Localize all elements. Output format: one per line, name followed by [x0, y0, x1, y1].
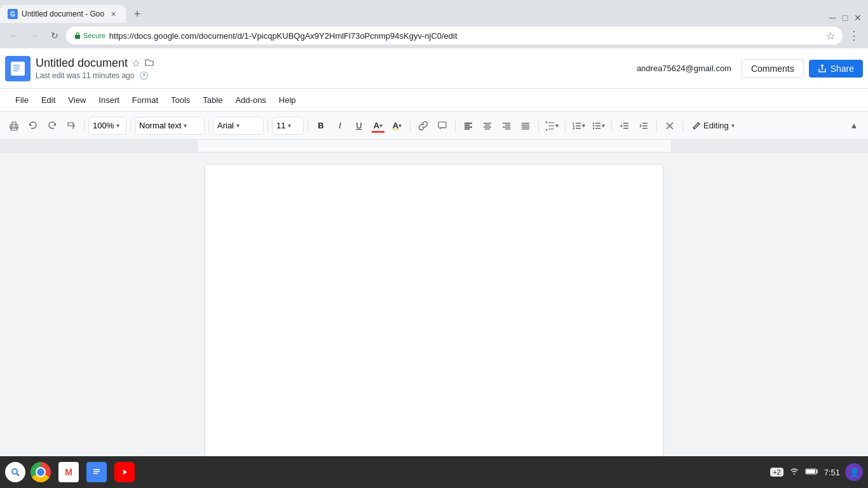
- bullet-list-button[interactable]: ▾: [589, 117, 607, 135]
- bold-button[interactable]: B: [312, 117, 330, 135]
- numbered-list-button[interactable]: ▾: [569, 117, 588, 135]
- font-size-value: 11: [276, 121, 285, 130]
- font-size-selector[interactable]: 11 ▾: [272, 117, 304, 135]
- app-logo: [5, 56, 31, 81]
- toolbar-divider-10: [611, 119, 612, 132]
- svg-rect-10: [90, 466, 103, 478]
- toolbar-right: ▲: [845, 117, 863, 135]
- maximize-button[interactable]: □: [840, 13, 850, 23]
- bookmark-icon[interactable]: ☆: [826, 30, 835, 42]
- toolbar: 100% ▾ Normal text ▾ Arial ▾ 11 ▾ B I U …: [0, 112, 868, 140]
- highlight-arrow: ▾: [398, 122, 402, 129]
- secure-icon: Secure: [74, 32, 105, 39]
- notification-count[interactable]: +2: [770, 468, 783, 477]
- indent-increase-button[interactable]: [635, 117, 653, 135]
- secure-label: Secure: [83, 32, 105, 39]
- doc-title[interactable]: Untitled document: [36, 57, 128, 70]
- tab-close-button[interactable]: ✕: [108, 9, 118, 19]
- menu-help[interactable]: Help: [274, 93, 301, 107]
- forward-button[interactable]: →: [25, 27, 43, 44]
- taskbar-youtube-button[interactable]: [112, 459, 137, 485]
- paint-format-button[interactable]: [62, 117, 80, 135]
- italic-button[interactable]: I: [331, 117, 349, 135]
- insert-link-button[interactable]: [414, 117, 432, 135]
- style-dropdown-arrow: ▾: [184, 122, 187, 129]
- menu-edit[interactable]: Edit: [36, 93, 60, 107]
- editing-mode-selector[interactable]: Editing ▾: [687, 121, 740, 130]
- toolbar-divider-6: [410, 119, 410, 132]
- svg-rect-14: [806, 470, 815, 473]
- tab-bar: G Untitled document - Goo ✕ + ─ □ ✕: [0, 0, 868, 23]
- comments-button[interactable]: Comments: [742, 59, 804, 78]
- menu-insert[interactable]: Insert: [93, 93, 125, 107]
- menu-format[interactable]: Format: [127, 93, 163, 107]
- font-family-value: Arial: [217, 121, 234, 130]
- menu-table[interactable]: Table: [198, 93, 227, 107]
- taskbar-wifi-icon: [789, 467, 800, 478]
- style-selector[interactable]: Normal text ▾: [135, 117, 205, 135]
- zoom-value: 100%: [93, 121, 114, 130]
- user-email[interactable]: andrea75624@gmail.com: [637, 64, 731, 73]
- star-button[interactable]: ☆: [132, 57, 140, 69]
- toolbar-divider-4: [268, 119, 268, 132]
- undo-button[interactable]: [24, 117, 42, 135]
- align-center-icon: [482, 121, 492, 131]
- underline-button[interactable]: U: [350, 117, 368, 135]
- minimize-button[interactable]: ─: [827, 13, 837, 23]
- toolbar-divider-2: [130, 119, 131, 132]
- last-edit-text: Last edit was 11 minutes ago: [36, 71, 134, 80]
- new-tab-button[interactable]: +: [128, 5, 146, 23]
- back-button[interactable]: ←: [5, 27, 23, 44]
- browser-menu-button[interactable]: ⋮: [845, 27, 863, 44]
- bold-label: B: [318, 121, 323, 130]
- svg-point-6: [593, 125, 594, 126]
- align-right-button[interactable]: [498, 117, 515, 135]
- zoom-selector[interactable]: 100% ▾: [88, 117, 126, 135]
- underline-label: U: [356, 121, 362, 130]
- taskbar-gmail-button[interactable]: M: [56, 459, 81, 485]
- font-family-selector[interactable]: Arial ▾: [213, 117, 264, 135]
- document-page[interactable]: [205, 165, 663, 456]
- app-header: Untitled document ☆ Last edit was 11 min…: [0, 48, 868, 89]
- insert-comment-button[interactable]: [433, 117, 451, 135]
- taskbar-search-button[interactable]: [5, 462, 25, 482]
- editing-mode-arrow: ▾: [731, 122, 735, 129]
- ruler-ticks: [197, 140, 671, 152]
- redo-button[interactable]: [43, 117, 61, 135]
- menu-addons[interactable]: Add-ons: [230, 93, 271, 107]
- indent-decrease-button[interactable]: [616, 117, 634, 135]
- ruler: [0, 140, 868, 152]
- align-center-button[interactable]: [478, 117, 496, 135]
- window-controls: ─ □ ✕: [827, 13, 868, 23]
- content-area[interactable]: [0, 152, 868, 456]
- ruler-right-margin: [671, 140, 868, 152]
- address-input[interactable]: Secure https://docs.google.com/document/…: [66, 27, 843, 44]
- menu-tools[interactable]: Tools: [166, 93, 195, 107]
- print-button[interactable]: [5, 117, 23, 135]
- indent-decrease-icon: [620, 121, 630, 131]
- align-justify-button[interactable]: [517, 117, 534, 135]
- svg-rect-3: [10, 125, 18, 128]
- link-icon: [418, 121, 428, 131]
- text-color-button[interactable]: A ▾: [369, 117, 387, 135]
- numbered-list-icon: [572, 121, 582, 131]
- reload-button[interactable]: ↻: [46, 27, 64, 44]
- folder-button[interactable]: [144, 57, 154, 70]
- menu-view[interactable]: View: [63, 93, 91, 107]
- collapse-toolbar-button[interactable]: ▲: [845, 117, 863, 135]
- taskbar-chrome-button[interactable]: [28, 459, 53, 485]
- clear-formatting-button[interactable]: [661, 117, 679, 135]
- share-button[interactable]: Share: [809, 60, 863, 78]
- active-tab[interactable]: G Untitled document - Goo ✕: [0, 5, 126, 23]
- line-spacing-button[interactable]: ▾: [543, 117, 561, 135]
- italic-label: I: [339, 121, 341, 130]
- doc-title-row: Untitled document ☆: [36, 57, 637, 70]
- toolbar-divider-7: [455, 119, 456, 132]
- highlight-button[interactable]: A ▾: [388, 117, 406, 135]
- align-left-button[interactable]: [459, 117, 477, 135]
- close-button[interactable]: ✕: [853, 13, 863, 23]
- menu-file[interactable]: File: [10, 93, 34, 107]
- doc-title-area: Untitled document ☆ Last edit was 11 min…: [36, 57, 637, 80]
- taskbar-docs-button[interactable]: [84, 459, 109, 485]
- toolbar-divider-3: [208, 119, 209, 132]
